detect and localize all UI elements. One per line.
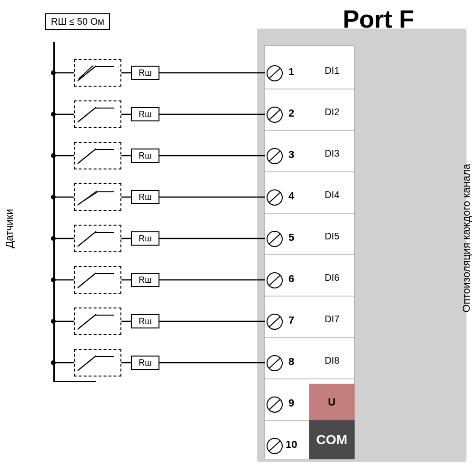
svg-line-62 [78,273,96,288]
sensors-text: Датчики [3,209,16,248]
row-num-2: 2 [288,107,294,119]
rsh-3: Rш [131,149,159,163]
sensor-box-8 [74,349,121,377]
svg-line-46 [79,66,93,79]
svg-line-74 [269,151,280,161]
row-num-10: 10 [286,438,297,451]
terminal-9 [266,396,284,414]
vertical-bus [53,42,55,382]
di-cell-5: DI5 [309,218,355,255]
terminal-6 [266,271,284,289]
rsh-7: Rш [131,314,159,328]
terminal-10 [266,437,284,455]
rsh-4: Rш [131,190,159,204]
rsh-6: Rш [131,273,159,287]
di-cell-7: DI7 [309,301,355,337]
sensor-box-4 [74,183,121,211]
terminal-5 [266,230,284,248]
svg-line-78 [269,234,280,244]
row-num-9: 9 [288,397,294,409]
com-cell: COM [309,420,355,459]
svg-line-53 [78,149,96,164]
rsh-8: Rш [131,356,159,370]
terminal-1 [266,64,284,82]
rsh-label-6: Rш [139,275,151,285]
svg-line-80 [269,275,280,286]
row-num-8: 8 [288,356,294,368]
di-cell-1: DI1 [309,52,355,89]
sensors-label: Датчики [2,167,17,290]
u-cell: U [309,384,355,420]
sensor-box-7 [74,307,121,335]
di-cell-6: DI6 [309,259,355,296]
rsh-1: Rш [131,66,159,80]
rsh-2: Rш [131,107,159,121]
svg-line-50 [78,107,96,122]
sensor-box-6 [74,266,121,294]
svg-line-72 [269,109,280,120]
row-num-5: 5 [288,231,294,244]
svg-line-68 [78,356,96,371]
di-cell-2: DI2 [309,94,355,130]
sensor-box-3 [74,142,121,169]
rsh-5: Rш [131,231,159,246]
sensor-box-5 [74,225,121,252]
terminal-8 [266,354,284,372]
row-num-4: 4 [288,190,294,202]
optoiso-label: Оптоизоляция каждого канала [459,95,474,381]
di-cell-3: DI3 [309,135,355,172]
svg-line-86 [269,399,280,410]
terminal-7 [266,313,284,331]
diagram: Port F Оптоизоляция каждого канала Датчи… [0,0,476,476]
row-num-7: 7 [288,314,294,327]
rsh-formula-text: RШ ≤ 50 Ом [51,16,104,27]
rsh-label-3: Rш [139,151,151,161]
row-num-6: 6 [288,273,294,285]
terminal-4 [266,188,284,207]
optoiso-text: Оптоизоляция каждого канала [460,164,473,312]
bus-bottom [53,381,96,382]
rsh-label-5: Rш [139,234,151,244]
row-num-3: 3 [288,149,294,161]
rsh-label-8: Rш [139,358,151,368]
terminal-3 [266,147,284,165]
di-cell-4: DI4 [309,177,355,213]
svg-line-47 [78,66,96,81]
svg-line-84 [269,358,280,368]
port-title: Port F [295,5,462,33]
svg-line-76 [269,192,280,203]
rsh-label-4: Rш [139,192,151,202]
sensor-box-2 [74,100,121,128]
rsh-formula-box: RШ ≤ 50 Ом [45,13,110,30]
rsh-label-7: Rш [139,317,151,327]
row-num-1: 1 [288,66,294,78]
rsh-label-1: Rш [139,68,151,78]
svg-line-59 [78,231,96,247]
svg-line-82 [269,317,280,327]
rsh-label-2: Rш [139,109,151,119]
svg-line-70 [269,68,280,79]
di-cell-8: DI8 [309,342,355,379]
svg-line-56 [78,191,97,205]
sensor-box-1 [74,59,121,87]
svg-line-88 [269,441,280,451]
svg-line-65 [78,314,96,329]
terminal-2 [266,106,284,124]
